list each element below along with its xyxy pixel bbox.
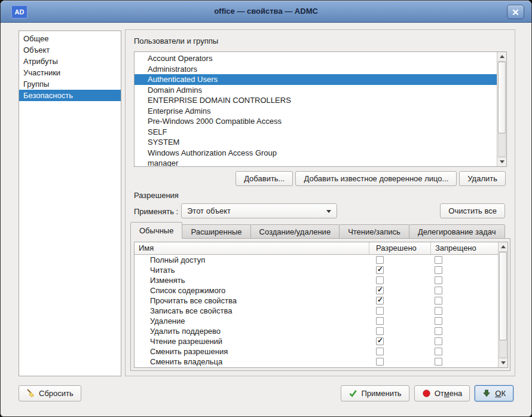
scrollbar-thumb[interactable] [499, 252, 507, 340]
scroll-up-button[interactable] [499, 242, 507, 252]
denied-checkbox[interactable] [435, 276, 442, 284]
denied-checkbox[interactable] [435, 348, 442, 355]
allowed-checkbox[interactable] [376, 266, 384, 274]
dialog-buttons: Применить Отмена ОК [341, 385, 513, 401]
add-well-known-button[interactable]: Добавить известное доверенное лицо... [295, 171, 457, 186]
add-button[interactable]: Добавить... [236, 171, 293, 186]
permission-tab[interactable]: Чтение/запись [339, 224, 409, 239]
scroll-down-button[interactable] [499, 358, 507, 367]
denied-cell [430, 337, 499, 345]
permissions-label: Разрешения [134, 191, 179, 200]
scrollbar-thumb[interactable] [498, 62, 506, 133]
trustee-item[interactable]: Windows Authorization Access Group [134, 148, 497, 159]
table-scrollbar[interactable] [498, 242, 507, 367]
denied-checkbox[interactable] [435, 297, 442, 305]
permission-row[interactable]: Удалить поддерево [134, 326, 499, 336]
reset-label: Сбросить [39, 389, 74, 398]
denied-cell [430, 256, 499, 264]
permission-name: Записать все свойства [134, 306, 369, 315]
ok-button[interactable]: ОК [475, 385, 513, 401]
denied-cell [430, 307, 499, 315]
apply-button[interactable]: Применить [341, 385, 409, 401]
clear-all-button[interactable]: Очистить все [440, 203, 505, 218]
permission-row[interactable]: Прочитать все свойства [134, 296, 499, 306]
permission-row[interactable]: Изменять [134, 275, 499, 285]
trustee-item[interactable]: Administrators [134, 64, 497, 75]
permission-row[interactable]: Читать [134, 265, 499, 275]
check-icon [348, 389, 357, 398]
titlebar[interactable]: AD office — свойства — ADMC [1, 1, 531, 23]
trustee-item[interactable]: ENTERPRISE DOMAIN CONTROLLERS [134, 95, 497, 106]
sidebar-item[interactable]: Общее [19, 33, 121, 44]
denied-checkbox[interactable] [435, 307, 442, 315]
allowed-checkbox[interactable] [376, 307, 384, 315]
sidebar-item[interactable]: Атрибуты [19, 56, 121, 67]
trustee-item[interactable]: SYSTEM [134, 137, 497, 148]
trustee-scrollbar[interactable] [497, 52, 506, 166]
denied-checkbox[interactable] [435, 337, 442, 345]
permission-tab[interactable]: Расширенные [182, 224, 250, 239]
reset-button[interactable]: Сбросить [19, 385, 81, 401]
allowed-checkbox[interactable] [376, 337, 384, 345]
ok-label: ОК [495, 389, 506, 398]
column-name[interactable]: Имя [134, 242, 369, 254]
denied-cell [430, 327, 499, 335]
trustee-item[interactable]: SELF [134, 127, 497, 138]
scroll-up-icon [500, 55, 505, 58]
trustee-buttons: Добавить... Добавить известное доверенно… [236, 171, 506, 186]
trustee-item[interactable]: Enterprise Admins [134, 106, 497, 117]
permission-row[interactable]: Сменить разрешения [134, 346, 499, 357]
permission-tabs: Обычные Расширенные Создание/удаление Чт… [130, 222, 505, 239]
broom-icon [26, 389, 35, 398]
sidebar-item[interactable]: Безопасность [19, 90, 121, 101]
permission-row[interactable]: Удаление [134, 316, 499, 326]
close-button[interactable] [507, 5, 524, 19]
permission-row[interactable]: Список содержимого [134, 285, 499, 296]
permission-name: Сменить разрешения [134, 347, 369, 356]
allowed-checkbox[interactable] [376, 287, 384, 294]
scroll-down-icon [500, 160, 505, 163]
permission-tab[interactable]: Обычные [130, 222, 182, 239]
remove-button[interactable]: Удалить [459, 171, 506, 186]
scroll-up-button[interactable] [497, 52, 506, 62]
trustee-item[interactable]: Account Operators [134, 53, 497, 64]
trustee-item[interactable]: Pre-Windows 2000 Compatible Access [134, 116, 497, 127]
column-denied[interactable]: Запрещено [430, 242, 499, 254]
allowed-checkbox[interactable] [376, 327, 384, 335]
allowed-checkbox[interactable] [376, 276, 384, 284]
denied-checkbox[interactable] [435, 358, 442, 366]
footer: Сбросить Применить Отмена [19, 384, 513, 402]
allowed-checkbox[interactable] [376, 358, 384, 366]
denied-checkbox[interactable] [435, 327, 442, 335]
permission-row[interactable]: Чтение разрешений [134, 336, 499, 346]
trustee-item[interactable]: Authenticated Users [134, 74, 497, 85]
permission-row[interactable]: Полный доступ [134, 255, 499, 265]
allowed-checkbox[interactable] [376, 317, 384, 325]
denied-cell [430, 276, 499, 284]
denied-checkbox[interactable] [435, 317, 442, 325]
cancel-button[interactable]: Отмена [414, 385, 470, 401]
sidebar-item[interactable]: Объект [19, 44, 121, 56]
allowed-checkbox[interactable] [376, 297, 384, 305]
scroll-down-button[interactable] [497, 157, 506, 166]
permission-tab[interactable]: Делегирование задач [409, 224, 505, 239]
allowed-checkbox[interactable] [376, 348, 384, 355]
denied-checkbox[interactable] [435, 287, 442, 294]
apply-to-combobox[interactable]: Этот объект [181, 203, 337, 218]
denied-checkbox[interactable] [435, 256, 442, 264]
permission-name: Удалить поддерево [134, 327, 369, 336]
denied-checkbox[interactable] [435, 266, 442, 274]
trustee-item[interactable]: manager [134, 158, 497, 166]
tab-pane: Имя Разрешено Запрещено Полный доступ [130, 238, 510, 371]
permission-row[interactable]: Сменить владельца [134, 357, 499, 367]
properties-dialog: AD office — свойства — ADMC Общее Объект… [0, 0, 532, 417]
permission-row[interactable]: Записать все свойства [134, 306, 499, 316]
permission-tab[interactable]: Создание/удаление [250, 224, 340, 239]
table-body: Полный доступ Читать [134, 255, 499, 367]
sidebar-item[interactable]: Участники [19, 67, 121, 78]
trustee-item[interactable]: Domain Admins [134, 85, 497, 96]
sidebar-item[interactable]: Группы [19, 78, 121, 90]
column-allowed[interactable]: Разрешено [369, 242, 430, 254]
allowed-checkbox[interactable] [376, 256, 384, 264]
allowed-cell [369, 297, 430, 305]
